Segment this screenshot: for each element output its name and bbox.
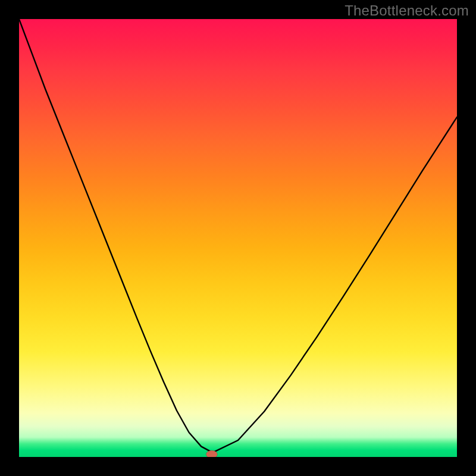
plot-area	[19, 19, 457, 457]
chart-frame: TheBottleneck.com	[0, 0, 476, 476]
optimum-marker	[206, 450, 217, 457]
watermark-text: TheBottleneck.com	[345, 2, 469, 19]
bottleneck-curve	[19, 19, 457, 453]
chart-svg	[19, 19, 457, 457]
